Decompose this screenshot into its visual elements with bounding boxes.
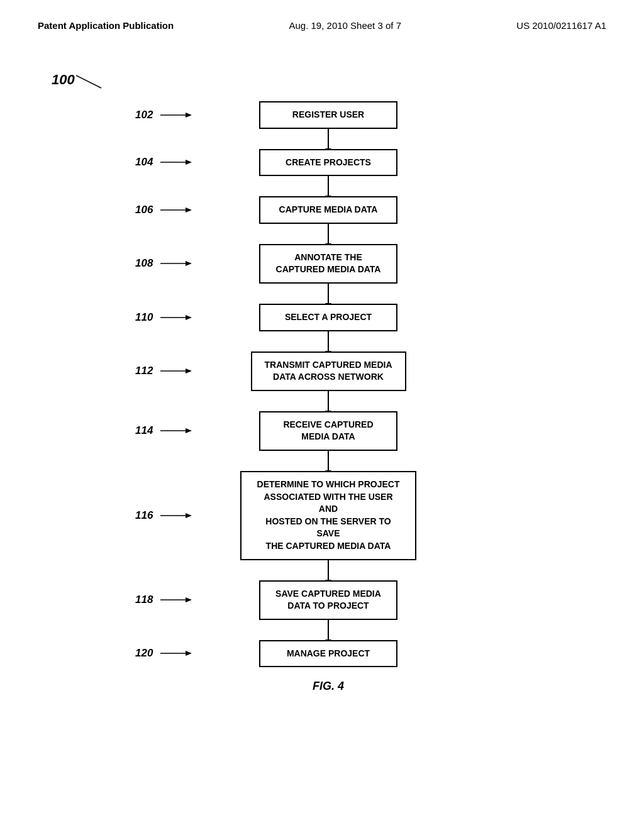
step-box-106: CAPTURE MEDIA DATA xyxy=(259,196,397,224)
step-row-114: 114RECEIVE CAPTURED MEDIA DATA xyxy=(50,411,606,451)
svg-marker-8 xyxy=(186,261,192,266)
step-row-120: 120MANAGE PROJECT xyxy=(50,640,606,668)
svg-marker-10 xyxy=(186,315,192,320)
svg-marker-2 xyxy=(186,113,192,118)
connector-108-to-110 xyxy=(50,284,606,304)
header-center: Aug. 19, 2010 Sheet 3 of 7 xyxy=(289,19,401,32)
step-label-112: 112 xyxy=(135,365,153,377)
step-label-118: 118 xyxy=(135,594,153,606)
connector-114-to-116 xyxy=(50,451,606,471)
svg-marker-6 xyxy=(186,208,192,213)
step-row-118: 118SAVE CAPTURED MEDIA DATA TO PROJECT xyxy=(50,580,606,620)
connector-116-to-118 xyxy=(50,560,606,580)
step-row-106: 106CAPTURE MEDIA DATA xyxy=(50,196,606,224)
connector-104-to-106 xyxy=(50,176,606,196)
connector-line xyxy=(328,284,329,304)
svg-marker-4 xyxy=(186,160,192,165)
step-row-112: 112TRANSMIT CAPTURED MEDIA DATA ACROSS N… xyxy=(50,351,606,391)
step-label-108: 108 xyxy=(135,257,153,270)
connector-118-to-120 xyxy=(50,620,606,640)
connector-line xyxy=(328,129,329,149)
step-box-104: CREATE PROJECTS xyxy=(259,149,397,177)
page-header: Patent Application Publication Aug. 19, … xyxy=(0,0,644,38)
step-row-110: 110SELECT A PROJECT xyxy=(50,304,606,331)
diagram-100-arrow xyxy=(76,72,108,91)
step-box-120: MANAGE PROJECT xyxy=(259,640,397,668)
step-box-114: RECEIVE CAPTURED MEDIA DATA xyxy=(259,411,397,451)
svg-marker-16 xyxy=(186,513,192,518)
connector-line xyxy=(328,176,329,196)
step-box-102: REGISTER USER xyxy=(259,101,397,129)
step-row-104: 104CREATE PROJECTS xyxy=(50,149,606,177)
svg-marker-14 xyxy=(186,428,192,433)
connector-110-to-112 xyxy=(50,331,606,351)
step-label-114: 114 xyxy=(135,424,153,437)
connector-102-to-104 xyxy=(50,129,606,149)
step-box-108: ANNOTATE THE CAPTURED MEDIA DATA xyxy=(259,244,397,284)
step-label-104: 104 xyxy=(135,156,153,169)
header-right: US 2010/0211617 A1 xyxy=(516,19,606,32)
connector-line xyxy=(328,451,329,471)
connector-line xyxy=(328,331,329,351)
connector-line xyxy=(328,560,329,580)
step-label-110: 110 xyxy=(135,311,153,324)
figure-caption-text: FIG. 4 xyxy=(313,680,344,692)
connector-line xyxy=(328,620,329,640)
svg-marker-20 xyxy=(186,651,192,656)
step-label-120: 120 xyxy=(135,647,153,660)
step-box-110: SELECT A PROJECT xyxy=(259,304,397,331)
figure-caption: FIG. 4 xyxy=(50,680,606,693)
header-date-sheet: Aug. 19, 2010 Sheet 3 of 7 xyxy=(289,20,401,31)
svg-marker-18 xyxy=(186,597,192,602)
header-publication-label: Patent Application Publication xyxy=(38,20,174,31)
svg-marker-12 xyxy=(186,368,192,374)
flowchart: 102REGISTER USER104CREATE PROJECTS106CAP… xyxy=(50,101,606,667)
figure-100-label: 100 xyxy=(52,69,108,91)
diagram-number: 100 xyxy=(52,72,75,88)
connector-106-to-108 xyxy=(50,224,606,244)
step-box-118: SAVE CAPTURED MEDIA DATA TO PROJECT xyxy=(259,580,397,620)
step-row-102: 102REGISTER USER xyxy=(50,101,606,129)
connector-112-to-114 xyxy=(50,391,606,411)
step-box-112: TRANSMIT CAPTURED MEDIA DATA ACROSS NETW… xyxy=(251,351,406,391)
step-label-116: 116 xyxy=(135,509,153,522)
header-left: Patent Application Publication xyxy=(38,19,174,32)
step-box-116: DETERMINE TO WHICH PROJECT ASSOCIATED WI… xyxy=(240,471,416,560)
connector-line xyxy=(328,391,329,411)
step-label-102: 102 xyxy=(135,109,153,121)
step-row-108: 108ANNOTATE THE CAPTURED MEDIA DATA xyxy=(50,244,606,284)
connector-line xyxy=(328,224,329,244)
svg-line-0 xyxy=(76,75,101,88)
step-label-106: 106 xyxy=(135,204,153,216)
step-row-116: 116DETERMINE TO WHICH PROJECT ASSOCIATED… xyxy=(50,471,606,560)
header-patent-number: US 2010/0211617 A1 xyxy=(516,20,606,31)
diagram-area: 100 102REGISTER USER104CREATE PROJECTS10… xyxy=(0,38,644,718)
